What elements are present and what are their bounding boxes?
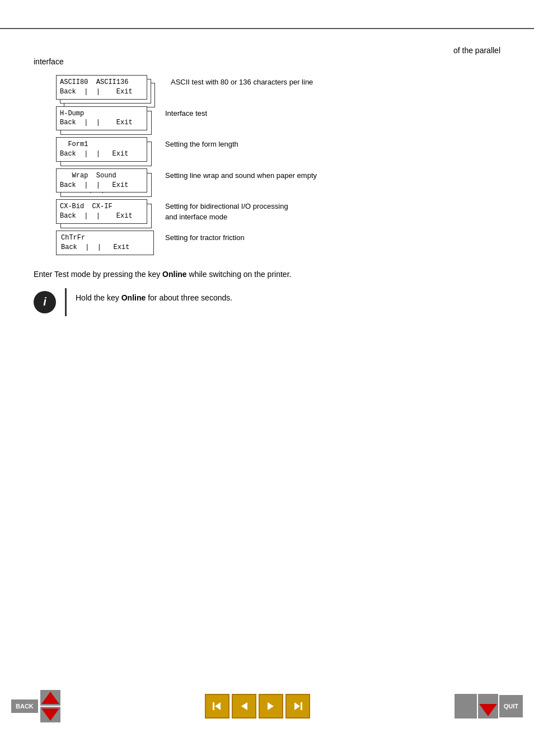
- info-line-1: Enter Test mode by pressing the key Onli…: [34, 269, 500, 280]
- cxbid-description: Setting for bidirectional I/O processing…: [165, 199, 288, 222]
- svg-marker-1: [215, 702, 221, 710]
- left-nav-group: BACK: [11, 690, 60, 722]
- center-nav: [205, 694, 310, 719]
- cxbid-front[interactable]: CX-Bid CX-IF Back | | Exit: [56, 199, 147, 224]
- header-right-text: of the parallel: [453, 46, 500, 55]
- ascii-description: ASCII test with 80 or 136 characters per…: [171, 75, 313, 87]
- header-left: interface: [34, 57, 500, 66]
- up-triangle-icon: [41, 692, 59, 704]
- down-button[interactable]: [40, 707, 60, 722]
- form1-front[interactable]: Form1 Back | | Exit: [56, 137, 147, 162]
- right-down-triangle-icon: [479, 704, 497, 716]
- form1-row: Form1 Back | | Exit Form1 Back | | Exit …: [56, 137, 500, 162]
- form1-menu-stack: Form1 Back | | Exit Form1 Back | | Exit: [56, 137, 154, 162]
- right-down-btn[interactable]: [478, 694, 498, 719]
- info-line-1-bold: Online: [162, 270, 187, 279]
- prev-icon: [238, 701, 250, 712]
- back-label: BACK: [16, 703, 34, 710]
- down-triangle-icon: [41, 708, 59, 721]
- info-line-1-prefix: Enter Test mode by pressing the key: [34, 270, 162, 279]
- last-button[interactable]: [285, 694, 310, 719]
- first-button[interactable]: [205, 694, 229, 719]
- info-icon: i: [34, 291, 56, 313]
- cxbid-row: CX-Bid CX-IF Back | | Exit CX-Bid CX-IF …: [56, 199, 500, 224]
- wrap-description: Setting line wrap and sound when paper e…: [165, 168, 317, 181]
- info-line-2-prefix: Hold the key: [76, 293, 121, 302]
- svg-marker-3: [268, 702, 274, 710]
- right-square-btn[interactable]: [455, 694, 477, 719]
- svg-rect-0: [213, 702, 214, 710]
- info-line-1-suffix: while switching on the printer.: [187, 270, 292, 279]
- hdump-menu-stack: H-Dump Back | | Exit H-Dump Back | | Exi…: [56, 106, 154, 131]
- ascii-menu-stack: ASCII80 ASCII136 Back | | Exit ASCII80 A…: [56, 75, 160, 100]
- quit-label[interactable]: QUIT: [499, 695, 523, 717]
- cxbid-menu-stack: CX-Bid CX-IF Back | | Exit CX-Bid CX-IF …: [56, 199, 154, 224]
- info-line-2-bold: Online: [121, 293, 146, 302]
- ascii-front[interactable]: ASCII80 ASCII136 Back | | Exit: [56, 75, 147, 100]
- info-icon-row: i Hold the key Online for about three se…: [34, 288, 500, 316]
- up-button[interactable]: [40, 690, 60, 706]
- hdump-description: Interface test: [165, 106, 207, 119]
- chtrf-menu-stack: ChTrFr Back | | Exit: [56, 231, 154, 255]
- info-section: Enter Test mode by pressing the key Onli…: [34, 269, 500, 316]
- form1-description: Setting the form length: [165, 137, 238, 149]
- info-line-2: Hold the key Online for about three seco…: [76, 292, 232, 304]
- main-content: of the parallel interface ASCII80 ASCII1…: [0, 35, 534, 339]
- hdump-front[interactable]: H-Dump Back | | Exit: [56, 106, 147, 131]
- chtrf-front[interactable]: ChTrFr Back | | Exit: [56, 231, 154, 255]
- right-nav-group: QUIT: [455, 694, 523, 719]
- last-icon: [292, 701, 303, 712]
- info-line-2-suffix: for about three seconds.: [146, 293, 232, 302]
- first-icon: [212, 701, 223, 712]
- svg-marker-4: [294, 702, 300, 710]
- prev-button[interactable]: [232, 694, 256, 719]
- top-rule: [0, 28, 534, 29]
- header-left-text: interface: [34, 57, 64, 66]
- chtrf-row: ChTrFr Back | | Exit Setting for tractor…: [56, 231, 500, 255]
- wrap-row: Wrap Sound Back | | Exit Wrap Sound Back…: [56, 168, 500, 193]
- bottom-nav: BACK: [0, 690, 534, 722]
- up-down-container: [40, 690, 60, 722]
- wrap-menu-stack: Wrap Sound Back | | Exit Wrap Sound Back…: [56, 168, 154, 193]
- diagram-container: ASCII80 ASCII136 Back | | Exit ASCII80 A…: [56, 75, 500, 255]
- ascii-row: ASCII80 ASCII136 Back | | Exit ASCII80 A…: [56, 75, 500, 100]
- chtrf-description: Setting for tractor friction: [165, 231, 245, 243]
- back-btn-container[interactable]: BACK: [11, 699, 38, 713]
- next-button[interactable]: [259, 694, 283, 719]
- info-icon-symbol: i: [43, 295, 46, 308]
- vertical-divider: [65, 288, 67, 316]
- header-right: of the parallel: [34, 46, 500, 55]
- svg-rect-5: [301, 702, 302, 710]
- svg-marker-2: [241, 702, 247, 710]
- wrap-front[interactable]: Wrap Sound Back | | Exit: [56, 168, 147, 193]
- next-icon: [265, 701, 277, 712]
- hdump-row: H-Dump Back | | Exit H-Dump Back | | Exi…: [56, 106, 500, 131]
